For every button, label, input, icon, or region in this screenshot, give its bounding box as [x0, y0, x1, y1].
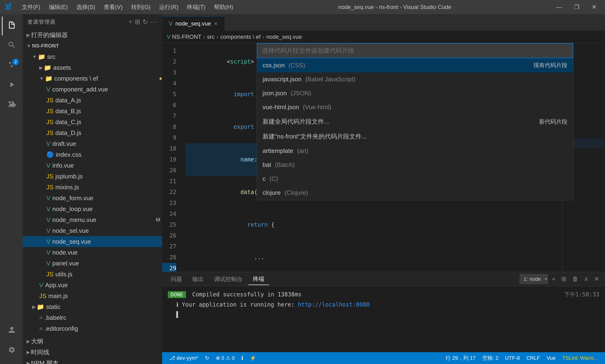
- new-folder-icon[interactable]: ⊞: [135, 18, 141, 26]
- outline-section[interactable]: ▶ 大纲: [23, 336, 162, 347]
- activity-settings[interactable]: [2, 341, 21, 360]
- statusbar-spaces[interactable]: 空格: 2: [479, 354, 502, 362]
- snippet-item-css[interactable]: css.json (CSS) 现有代码片段: [257, 58, 573, 72]
- terminal-select[interactable]: 1: node: [520, 274, 548, 284]
- statusbar-info[interactable]: ℹ: [238, 352, 246, 364]
- new-terminal-button[interactable]: +: [550, 274, 557, 284]
- statusbar-debug[interactable]: ⚡: [246, 352, 259, 364]
- panel-tab-problems[interactable]: 问题: [166, 273, 187, 285]
- terminal-url[interactable]: http://localhost:8080: [298, 301, 370, 308]
- snippet-item-clojure[interactable]: clojure (Clojure): [257, 186, 573, 200]
- activity-extensions[interactable]: [2, 96, 21, 115]
- snippet-item-js[interactable]: javascript.json (Babel JavaScript): [257, 72, 573, 86]
- statusbar-lint[interactable]: TSLint: Warni...: [559, 355, 601, 361]
- sidebar-item-data-c[interactable]: JS data_C.js: [23, 117, 162, 127]
- sidebar-item-node-seq[interactable]: V node_seq.vue: [23, 236, 162, 247]
- chevron-right-icon: ▶: [26, 349, 30, 355]
- minimize-button[interactable]: —: [553, 3, 566, 11]
- activity-account[interactable]: [2, 322, 21, 340]
- menu-view[interactable]: 查看(V): [100, 2, 127, 12]
- snippet-search-input[interactable]: [257, 43, 573, 58]
- sidebar-item-static[interactable]: ▶ 📁 static: [23, 301, 162, 312]
- breadcrumb-node[interactable]: V: [167, 34, 171, 40]
- project-root-section[interactable]: ▼ NS-FRONT: [23, 40, 162, 51]
- terminal-content[interactable]: DONE Compiled successfully in 13838ms 下午…: [162, 286, 605, 352]
- sidebar-item-node-menu[interactable]: V node_menu.vue M: [23, 214, 162, 225]
- sidebar-item-data-b[interactable]: JS data_B.js: [23, 106, 162, 117]
- activity-search[interactable]: [2, 36, 21, 55]
- sidebar-item-node-sel[interactable]: V node_sel.vue: [23, 225, 162, 236]
- sidebar-item-node-loop[interactable]: V node_loop.vue: [23, 204, 162, 214]
- sidebar-item-src[interactable]: ▼ 📁 src: [23, 51, 162, 62]
- menu-run[interactable]: 运行(R): [155, 2, 182, 12]
- menu-terminal[interactable]: 终端(T): [183, 2, 209, 12]
- snippet-desc: (C): [270, 175, 278, 182]
- statusbar-errors[interactable]: ⊗ 0 ⚠ 0: [212, 352, 238, 364]
- more-actions-icon[interactable]: ⋯: [150, 18, 157, 26]
- snippet-item-new-folder[interactable]: 新建"ns-front"文件夹的代码片段文件...: [257, 129, 573, 144]
- snippet-item-new-global[interactable]: 新建全局代码片段文件... 新代码片段: [257, 114, 573, 129]
- snippet-item-arttemplate[interactable]: arttemplate (art): [257, 144, 573, 158]
- settings-icon: [8, 346, 16, 355]
- sidebar-item-components-ef[interactable]: ▼ 📁 components \ ef ●: [23, 73, 162, 84]
- sidebar-item-info[interactable]: V info.vue: [23, 160, 162, 171]
- sidebar-item-jsplumb[interactable]: JS jsplumb.js: [23, 171, 162, 182]
- menu-edit[interactable]: 编辑(E): [45, 2, 72, 12]
- panel-tab-output[interactable]: 输出: [188, 273, 208, 285]
- snippet-item-vue-html[interactable]: vue-html.json (Vue-html): [257, 100, 573, 114]
- statusbar-branch[interactable]: ⎇ dev-yym*: [166, 352, 202, 364]
- panel-tab-debug[interactable]: 调试控制台: [209, 273, 247, 285]
- snippet-item-c[interactable]: c (C): [257, 172, 573, 186]
- menu-selection[interactable]: 选择(S): [73, 2, 99, 12]
- statusbar-line-col[interactable]: 行 29，列 17: [442, 354, 479, 362]
- close-button[interactable]: ✕: [588, 3, 600, 11]
- breadcrumb-label-node[interactable]: NS-FRONT: [172, 34, 201, 40]
- panel-tab-terminal[interactable]: 终端: [248, 273, 269, 285]
- sidebar-item-data-a[interactable]: JS data_A.js: [23, 95, 162, 106]
- statusbar-line-ending[interactable]: CRLF: [523, 355, 543, 361]
- sidebar-item-data-d[interactable]: JS data_D.js: [23, 127, 162, 138]
- menu-goto[interactable]: 转到(G): [127, 2, 154, 12]
- snippet-item-bat[interactable]: bat (Batch): [257, 158, 573, 172]
- new-file-icon[interactable]: +: [129, 18, 133, 26]
- activity-source-control[interactable]: 2: [2, 56, 21, 75]
- activity-run[interactable]: [2, 76, 21, 95]
- statusbar-language[interactable]: Vue: [543, 355, 559, 361]
- sidebar-item-panel[interactable]: V panel.vue: [23, 258, 162, 269]
- line-ending-text: CRLF: [526, 355, 540, 361]
- sidebar-item-editorconfig[interactable]: ≈ .editorconfig: [23, 323, 162, 334]
- sidebar-item-index-css[interactable]: 🔵 index.css: [23, 149, 162, 160]
- tab-node-seq[interactable]: V node_seq.vue ✕: [162, 16, 225, 31]
- maximize-panel-button[interactable]: ∧: [582, 274, 590, 284]
- sidebar-item-assets[interactable]: ▶ 📁 assets: [23, 62, 162, 73]
- maximize-button[interactable]: ❐: [570, 3, 583, 11]
- statusbar-sync[interactable]: ↻: [202, 352, 212, 364]
- sidebar-item-component-add[interactable]: V component_add.vue: [23, 84, 162, 95]
- close-panel-button[interactable]: ✕: [592, 274, 601, 284]
- sidebar-item-app[interactable]: V App.vue: [23, 280, 162, 290]
- menu-file[interactable]: 文件(F): [18, 2, 44, 12]
- timeline-section[interactable]: ▶ 时间线: [23, 347, 162, 358]
- delete-terminal-button[interactable]: 🗑: [570, 274, 580, 284]
- snippet-item-json[interactable]: json.json (JSON): [257, 86, 573, 100]
- sidebar-item-babelrc[interactable]: ≈ .babelrc: [23, 312, 162, 323]
- sidebar-item-utils[interactable]: JS utils.js: [23, 269, 162, 280]
- refresh-icon[interactable]: ↻: [142, 18, 148, 26]
- tab-close-icon[interactable]: ✕: [214, 21, 218, 26]
- activity-explorer[interactable]: [2, 16, 21, 36]
- npm-scripts-section[interactable]: ▶ NPM 脚本: [23, 358, 162, 364]
- breadcrumb-src[interactable]: src: [207, 34, 215, 40]
- snippet-item-coffeescript[interactable]: coffeescript (CoffeeScript): [257, 200, 573, 200]
- sidebar-item-node-form[interactable]: V node_form.vue: [23, 193, 162, 204]
- breadcrumb-components[interactable]: components \ ef: [220, 34, 261, 40]
- split-terminal-button[interactable]: ⊞: [559, 274, 568, 284]
- breadcrumb-file[interactable]: node_seq.vue: [266, 34, 302, 40]
- sidebar-item-node[interactable]: V node.vue: [23, 247, 162, 258]
- sidebar-item-draft[interactable]: V draft.vue: [23, 138, 162, 149]
- sidebar-item-mixins[interactable]: JS mixins.js: [23, 182, 162, 193]
- editor-content[interactable]: 1 2 3 4 5 6 7 8 9 18 19 20 21 22 23 24 2: [162, 43, 605, 272]
- sidebar-item-main[interactable]: JS main.js: [23, 290, 162, 301]
- menu-help[interactable]: 帮助(H): [210, 2, 237, 12]
- statusbar-encoding[interactable]: UTF-8: [502, 355, 523, 361]
- open-editors-section[interactable]: ▶ 打开的编辑器: [23, 29, 162, 40]
